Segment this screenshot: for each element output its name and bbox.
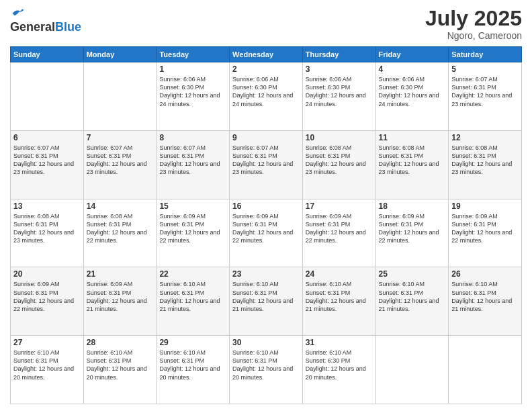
day-info: Sunrise: 6:09 AM Sunset: 6:31 PM Dayligh… [379,212,446,245]
day-info: Sunrise: 6:08 AM Sunset: 6:31 PM Dayligh… [87,212,154,245]
day-number: 3 [306,64,373,74]
month-title: July 2025 [425,7,522,30]
day-info: Sunrise: 6:07 AM Sunset: 6:31 PM Dayligh… [13,144,81,177]
day-number: 4 [379,64,446,74]
day-number: 25 [379,269,446,279]
day-number: 19 [451,201,519,211]
day-number: 1 [159,64,226,74]
week-row-4: 20Sunrise: 6:09 AM Sunset: 6:31 PM Dayli… [11,267,522,336]
week-row-1: 1Sunrise: 6:06 AM Sunset: 6:30 PM Daylig… [11,62,522,131]
calendar-cell: 11Sunrise: 6:08 AM Sunset: 6:31 PM Dayli… [375,130,449,199]
calendar-cell: 10Sunrise: 6:08 AM Sunset: 6:31 PM Dayli… [302,130,375,199]
day-info: Sunrise: 6:10 AM Sunset: 6:31 PM Dayligh… [306,280,373,313]
day-info: Sunrise: 6:10 AM Sunset: 6:31 PM Dayligh… [379,280,446,313]
calendar-cell: 7Sunrise: 6:07 AM Sunset: 6:31 PM Daylig… [83,130,157,199]
day-info: Sunrise: 6:10 AM Sunset: 6:31 PM Dayligh… [232,349,300,381]
day-header-sunday: Sunday [11,47,84,62]
day-info: Sunrise: 6:07 AM Sunset: 6:31 PM Dayligh… [451,75,519,108]
day-info: Sunrise: 6:07 AM Sunset: 6:31 PM Dayligh… [159,144,226,177]
page: General Blue July 2025 Ngoro, Cameroon S… [0,0,532,411]
day-info: Sunrise: 6:10 AM Sunset: 6:31 PM Dayligh… [451,280,519,313]
header: General Blue July 2025 Ngoro, Cameroon [10,7,522,41]
day-info: Sunrise: 6:09 AM Sunset: 6:31 PM Dayligh… [451,212,519,245]
calendar-cell: 30Sunrise: 6:10 AM Sunset: 6:31 PM Dayli… [230,336,303,404]
calendar-cell: 29Sunrise: 6:10 AM Sunset: 6:31 PM Dayli… [157,336,230,404]
day-number: 11 [379,133,446,142]
week-row-5: 27Sunrise: 6:10 AM Sunset: 6:31 PM Dayli… [11,336,522,404]
logo: General Blue [10,7,81,34]
calendar-cell: 19Sunrise: 6:09 AM Sunset: 6:31 PM Dayli… [449,199,522,267]
calendar-cell: 22Sunrise: 6:10 AM Sunset: 6:31 PM Dayli… [157,267,230,336]
calendar-cell: 13Sunrise: 6:08 AM Sunset: 6:31 PM Dayli… [11,199,84,267]
day-info: Sunrise: 6:06 AM Sunset: 6:30 PM Dayligh… [232,75,300,108]
calendar-cell: 4Sunrise: 6:06 AM Sunset: 6:30 PM Daylig… [375,62,449,131]
day-info: Sunrise: 6:06 AM Sunset: 6:30 PM Dayligh… [159,75,226,108]
day-header-monday: Monday [83,47,157,62]
day-info: Sunrise: 6:10 AM Sunset: 6:31 PM Dayligh… [159,280,226,313]
day-number: 18 [379,201,446,211]
calendar-cell [449,336,522,404]
calendar-cell: 9Sunrise: 6:07 AM Sunset: 6:31 PM Daylig… [230,130,303,199]
day-info: Sunrise: 6:08 AM Sunset: 6:31 PM Dayligh… [451,144,519,177]
day-number: 9 [232,133,300,142]
day-number: 10 [306,133,373,142]
day-number: 2 [232,64,300,74]
day-info: Sunrise: 6:10 AM Sunset: 6:30 PM Dayligh… [306,349,373,381]
calendar-cell: 25Sunrise: 6:10 AM Sunset: 6:31 PM Dayli… [375,267,449,336]
logo-text-blue: Blue [55,20,81,34]
day-number: 30 [232,338,300,347]
day-number: 23 [232,269,300,279]
week-row-2: 6Sunrise: 6:07 AM Sunset: 6:31 PM Daylig… [11,130,522,199]
calendar-cell: 26Sunrise: 6:10 AM Sunset: 6:31 PM Dayli… [449,267,522,336]
calendar-cell: 5Sunrise: 6:07 AM Sunset: 6:31 PM Daylig… [449,62,522,131]
calendar-cell [83,62,157,131]
day-info: Sunrise: 6:10 AM Sunset: 6:31 PM Dayligh… [13,349,81,381]
calendar-cell: 12Sunrise: 6:08 AM Sunset: 6:31 PM Dayli… [449,130,522,199]
day-number: 8 [159,133,226,142]
day-number: 22 [159,269,226,279]
calendar-cell: 2Sunrise: 6:06 AM Sunset: 6:30 PM Daylig… [230,62,303,131]
calendar-cell: 17Sunrise: 6:09 AM Sunset: 6:31 PM Dayli… [302,199,375,267]
location-title: Ngoro, Cameroon [425,30,522,41]
day-header-thursday: Thursday [302,47,375,62]
day-info: Sunrise: 6:08 AM Sunset: 6:31 PM Dayligh… [379,144,446,177]
calendar-cell: 15Sunrise: 6:09 AM Sunset: 6:31 PM Dayli… [157,199,230,267]
day-number: 14 [87,201,154,211]
calendar-cell: 23Sunrise: 6:10 AM Sunset: 6:31 PM Dayli… [230,267,303,336]
day-number: 13 [13,201,81,211]
calendar-cell: 18Sunrise: 6:09 AM Sunset: 6:31 PM Dayli… [375,199,449,267]
day-info: Sunrise: 6:09 AM Sunset: 6:31 PM Dayligh… [232,212,300,245]
day-info: Sunrise: 6:07 AM Sunset: 6:31 PM Dayligh… [87,144,154,177]
calendar-cell: 21Sunrise: 6:09 AM Sunset: 6:31 PM Dayli… [83,267,157,336]
day-info: Sunrise: 6:10 AM Sunset: 6:31 PM Dayligh… [232,280,300,313]
calendar-cell [375,336,449,404]
day-number: 6 [13,133,81,142]
calendar-cell: 27Sunrise: 6:10 AM Sunset: 6:31 PM Dayli… [11,336,84,404]
calendar-cell: 31Sunrise: 6:10 AM Sunset: 6:30 PM Dayli… [302,336,375,404]
day-number: 15 [159,201,226,211]
day-number: 31 [306,338,373,347]
week-row-3: 13Sunrise: 6:08 AM Sunset: 6:31 PM Dayli… [11,199,522,267]
day-number: 21 [87,269,154,279]
calendar-cell [11,62,84,131]
calendar-header-row: SundayMondayTuesdayWednesdayThursdayFrid… [11,47,522,62]
day-info: Sunrise: 6:06 AM Sunset: 6:30 PM Dayligh… [306,75,373,108]
day-number: 26 [451,269,519,279]
calendar-cell: 16Sunrise: 6:09 AM Sunset: 6:31 PM Dayli… [230,199,303,267]
day-info: Sunrise: 6:06 AM Sunset: 6:30 PM Dayligh… [379,75,446,108]
calendar-cell: 6Sunrise: 6:07 AM Sunset: 6:31 PM Daylig… [11,130,84,199]
logo-bird-icon [11,7,25,20]
day-header-saturday: Saturday [449,47,522,62]
day-number: 28 [87,338,154,347]
day-number: 7 [87,133,154,142]
day-header-friday: Friday [375,47,449,62]
calendar-cell: 20Sunrise: 6:09 AM Sunset: 6:31 PM Dayli… [11,267,84,336]
day-info: Sunrise: 6:09 AM Sunset: 6:31 PM Dayligh… [13,280,81,313]
calendar-cell: 1Sunrise: 6:06 AM Sunset: 6:30 PM Daylig… [157,62,230,131]
calendar-table: SundayMondayTuesdayWednesdayThursdayFrid… [10,46,522,404]
day-info: Sunrise: 6:09 AM Sunset: 6:31 PM Dayligh… [159,212,226,245]
day-number: 16 [232,201,300,211]
day-number: 12 [451,133,519,142]
logo-text-general: General [10,20,55,34]
calendar-cell: 8Sunrise: 6:07 AM Sunset: 6:31 PM Daylig… [157,130,230,199]
